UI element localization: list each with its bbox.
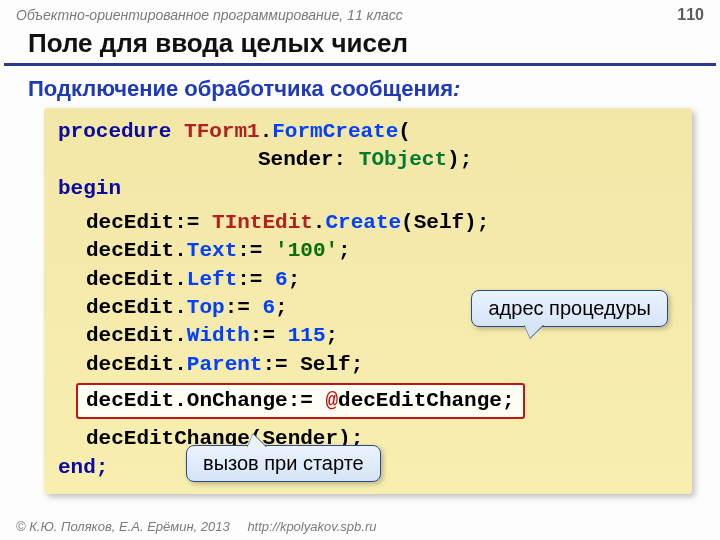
callout-tail-icon [247, 434, 267, 448]
slide-header: Объектно-ориентированное программировани… [0, 0, 720, 26]
callout-address: адрес процедуры [471, 290, 668, 327]
page-number: 110 [677, 6, 704, 24]
callout-tail-icon [524, 324, 544, 338]
subtitle: Подключение обработчика сообщения: [0, 76, 720, 108]
course-name: Объектно-ориентированное программировани… [16, 7, 403, 23]
footer-url: http://kpolyakov.spb.ru [247, 519, 376, 534]
callout-startup: вызов при старте [186, 445, 381, 482]
copyright-text: © К.Ю. Поляков, Е.А. Ерёмин, 2013 [16, 519, 230, 534]
page-title: Поле для ввода целых чисел [4, 26, 716, 66]
footer: © К.Ю. Поляков, Е.А. Ерёмин, 2013 http:/… [16, 519, 376, 534]
highlighted-code-line: decEdit.OnChange:= @decEditChange; [76, 383, 525, 419]
